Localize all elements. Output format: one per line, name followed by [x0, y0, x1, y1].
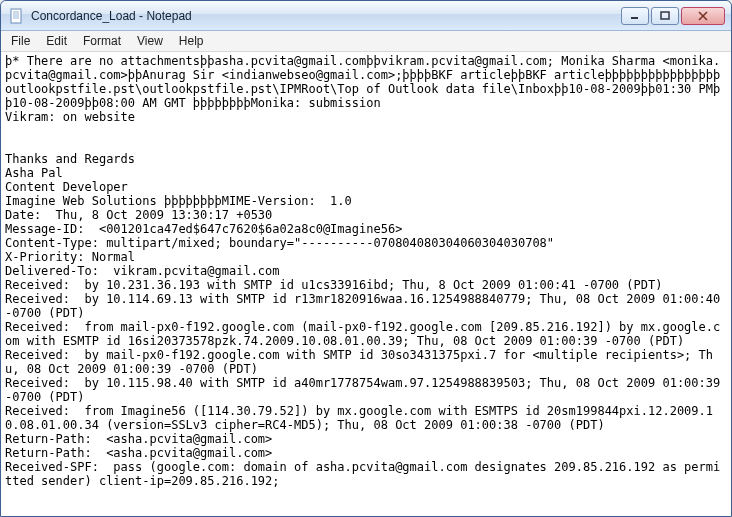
titlebar[interactable]: Concordance_Load - Notepad — [1, 1, 731, 31]
maximize-icon — [660, 11, 670, 21]
text-editor[interactable] — [1, 52, 731, 516]
menubar: File Edit Format View Help — [1, 31, 731, 52]
minimize-icon — [630, 11, 640, 21]
menu-help[interactable]: Help — [171, 31, 212, 51]
notepad-window: Concordance_Load - Notepad File Edit For… — [0, 0, 732, 517]
window-title: Concordance_Load - Notepad — [31, 9, 621, 23]
menu-format[interactable]: Format — [75, 31, 129, 51]
menu-file[interactable]: File — [3, 31, 38, 51]
menu-edit[interactable]: Edit — [38, 31, 75, 51]
minimize-button[interactable] — [621, 7, 649, 25]
close-icon — [698, 11, 708, 21]
svg-rect-6 — [661, 12, 669, 19]
app-icon — [9, 8, 25, 24]
close-button[interactable] — [681, 7, 725, 25]
client-area — [1, 52, 731, 516]
window-controls — [621, 7, 725, 25]
menu-view[interactable]: View — [129, 31, 171, 51]
maximize-button[interactable] — [651, 7, 679, 25]
